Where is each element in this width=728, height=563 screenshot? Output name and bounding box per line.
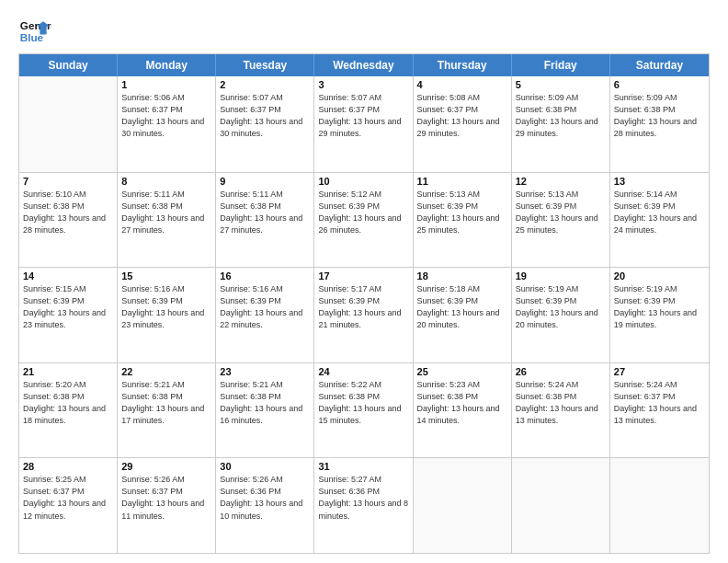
calendar-cell: 8Sunrise: 5:11 AMSunset: 6:38 PMDaylight…: [118, 173, 216, 268]
calendar-cell: 11Sunrise: 5:13 AMSunset: 6:39 PMDayligh…: [414, 173, 512, 268]
day-number: 23: [220, 366, 310, 377]
day-number: 20: [614, 270, 705, 282]
calendar-cell: 28Sunrise: 5:25 AMSunset: 6:37 PMDayligh…: [19, 458, 118, 553]
day-number: 2: [220, 79, 310, 90]
day-info: Sunrise: 5:16 AMSunset: 6:39 PMDaylight:…: [220, 283, 310, 331]
day-info: Sunrise: 5:24 AMSunset: 6:37 PMDaylight:…: [614, 379, 705, 427]
day-number: 16: [220, 270, 310, 282]
day-header-thursday: Thursday: [414, 54, 512, 76]
day-number: 4: [417, 79, 507, 90]
day-info: Sunrise: 5:14 AMSunset: 6:39 PMDaylight:…: [614, 189, 705, 236]
calendar-cell: 31Sunrise: 5:27 AMSunset: 6:36 PMDayligh…: [314, 458, 413, 553]
calendar-week-4: 21Sunrise: 5:20 AMSunset: 6:38 PMDayligh…: [19, 362, 709, 458]
day-info: Sunrise: 5:15 AMSunset: 6:39 PMDaylight:…: [23, 283, 113, 331]
calendar-cell: 2Sunrise: 5:07 AMSunset: 6:37 PMDaylight…: [216, 76, 314, 172]
day-header-wednesday: Wednesday: [314, 54, 413, 76]
calendar-cell: 16Sunrise: 5:16 AMSunset: 6:39 PMDayligh…: [216, 268, 314, 362]
day-number: 19: [516, 270, 606, 282]
day-info: Sunrise: 5:12 AMSunset: 6:39 PMDaylight:…: [318, 189, 408, 236]
day-info: Sunrise: 5:08 AMSunset: 6:37 PMDaylight:…: [417, 92, 507, 140]
calendar-cell: 20Sunrise: 5:19 AMSunset: 6:39 PMDayligh…: [610, 268, 709, 362]
calendar-week-3: 14Sunrise: 5:15 AMSunset: 6:39 PMDayligh…: [19, 267, 709, 362]
calendar: SundayMondayTuesdayWednesdayThursdayFrid…: [18, 53, 710, 554]
day-number: 9: [220, 176, 310, 187]
calendar-cell: 10Sunrise: 5:12 AMSunset: 6:39 PMDayligh…: [314, 173, 413, 268]
calendar-week-1: 1Sunrise: 5:06 AMSunset: 6:37 PMDaylight…: [19, 76, 709, 172]
calendar-cell: 3Sunrise: 5:07 AMSunset: 6:37 PMDaylight…: [314, 76, 413, 172]
day-number: 28: [23, 461, 113, 472]
calendar-cell: 30Sunrise: 5:26 AMSunset: 6:36 PMDayligh…: [216, 458, 314, 553]
day-info: Sunrise: 5:07 AMSunset: 6:37 PMDaylight:…: [220, 92, 310, 140]
calendar-cell: 23Sunrise: 5:21 AMSunset: 6:38 PMDayligh…: [216, 363, 314, 458]
calendar-cell: 24Sunrise: 5:22 AMSunset: 6:38 PMDayligh…: [314, 363, 413, 458]
day-info: Sunrise: 5:27 AMSunset: 6:36 PMDaylight:…: [318, 474, 408, 522]
day-number: 14: [23, 270, 113, 282]
day-header-tuesday: Tuesday: [216, 54, 314, 76]
calendar-cell: 9Sunrise: 5:11 AMSunset: 6:38 PMDaylight…: [216, 173, 314, 268]
day-number: 13: [614, 176, 705, 187]
page: General Blue SundayMondayTuesdayWednesda…: [0, 0, 728, 563]
day-info: Sunrise: 5:13 AMSunset: 6:39 PMDaylight:…: [417, 189, 507, 236]
day-number: 21: [23, 366, 113, 377]
calendar-cell: 4Sunrise: 5:08 AMSunset: 6:37 PMDaylight…: [414, 76, 512, 172]
calendar-cell: 17Sunrise: 5:17 AMSunset: 6:39 PMDayligh…: [314, 268, 413, 362]
day-number: 8: [121, 176, 211, 187]
calendar-week-2: 7Sunrise: 5:10 AMSunset: 6:38 PMDaylight…: [19, 172, 709, 268]
day-info: Sunrise: 5:26 AMSunset: 6:36 PMDaylight:…: [220, 474, 310, 522]
day-number: 5: [516, 79, 606, 90]
day-number: 3: [318, 79, 408, 90]
day-number: 27: [614, 366, 705, 377]
day-number: 22: [121, 366, 211, 377]
day-header-sunday: Sunday: [19, 54, 118, 76]
day-header-friday: Friday: [512, 54, 610, 76]
day-number: 29: [121, 461, 211, 472]
day-info: Sunrise: 5:22 AMSunset: 6:38 PMDaylight:…: [318, 379, 408, 427]
calendar-week-5: 28Sunrise: 5:25 AMSunset: 6:37 PMDayligh…: [19, 457, 709, 553]
day-number: 18: [417, 270, 507, 282]
day-info: Sunrise: 5:16 AMSunset: 6:39 PMDaylight:…: [121, 283, 211, 331]
day-number: 11: [417, 176, 507, 187]
day-number: 26: [516, 366, 606, 377]
day-number: 31: [318, 461, 408, 472]
calendar-cell: 13Sunrise: 5:14 AMSunset: 6:39 PMDayligh…: [610, 173, 709, 268]
day-number: 6: [614, 79, 705, 90]
day-header-monday: Monday: [118, 54, 216, 76]
day-info: Sunrise: 5:09 AMSunset: 6:38 PMDaylight:…: [516, 92, 606, 140]
day-info: Sunrise: 5:21 AMSunset: 6:38 PMDaylight:…: [220, 379, 310, 427]
calendar-cell: 22Sunrise: 5:21 AMSunset: 6:38 PMDayligh…: [118, 363, 216, 458]
header: General Blue: [18, 15, 710, 48]
calendar-cell: [512, 458, 610, 553]
day-number: 10: [318, 176, 408, 187]
calendar-cell: 5Sunrise: 5:09 AMSunset: 6:38 PMDaylight…: [512, 76, 610, 172]
logo-icon: General Blue: [18, 15, 51, 48]
day-info: Sunrise: 5:07 AMSunset: 6:37 PMDaylight:…: [318, 92, 408, 140]
calendar-cell: [414, 458, 512, 553]
day-info: Sunrise: 5:21 AMSunset: 6:38 PMDaylight:…: [121, 379, 211, 427]
day-info: Sunrise: 5:25 AMSunset: 6:37 PMDaylight:…: [23, 474, 113, 522]
day-info: Sunrise: 5:19 AMSunset: 6:39 PMDaylight:…: [614, 283, 705, 331]
calendar-cell: [19, 76, 118, 172]
day-info: Sunrise: 5:26 AMSunset: 6:37 PMDaylight:…: [121, 474, 211, 522]
day-info: Sunrise: 5:11 AMSunset: 6:38 PMDaylight:…: [121, 189, 211, 236]
logo: General Blue: [18, 15, 51, 48]
calendar-cell: 19Sunrise: 5:19 AMSunset: 6:39 PMDayligh…: [512, 268, 610, 362]
calendar-cell: 14Sunrise: 5:15 AMSunset: 6:39 PMDayligh…: [19, 268, 118, 362]
calendar-header: SundayMondayTuesdayWednesdayThursdayFrid…: [19, 54, 709, 76]
calendar-cell: 1Sunrise: 5:06 AMSunset: 6:37 PMDaylight…: [118, 76, 216, 172]
calendar-cell: 12Sunrise: 5:13 AMSunset: 6:39 PMDayligh…: [512, 173, 610, 268]
day-info: Sunrise: 5:17 AMSunset: 6:39 PMDaylight:…: [318, 283, 408, 331]
day-number: 12: [516, 176, 606, 187]
calendar-cell: 6Sunrise: 5:09 AMSunset: 6:38 PMDaylight…: [610, 76, 709, 172]
calendar-body: 1Sunrise: 5:06 AMSunset: 6:37 PMDaylight…: [19, 76, 709, 553]
calendar-cell: 25Sunrise: 5:23 AMSunset: 6:38 PMDayligh…: [414, 363, 512, 458]
calendar-cell: 29Sunrise: 5:26 AMSunset: 6:37 PMDayligh…: [118, 458, 216, 553]
day-number: 17: [318, 270, 408, 282]
day-number: 30: [220, 461, 310, 472]
day-info: Sunrise: 5:18 AMSunset: 6:39 PMDaylight:…: [417, 283, 507, 331]
day-info: Sunrise: 5:19 AMSunset: 6:39 PMDaylight:…: [516, 283, 606, 331]
day-info: Sunrise: 5:10 AMSunset: 6:38 PMDaylight:…: [23, 189, 113, 236]
day-header-saturday: Saturday: [610, 54, 709, 76]
day-info: Sunrise: 5:09 AMSunset: 6:38 PMDaylight:…: [614, 92, 705, 140]
day-info: Sunrise: 5:20 AMSunset: 6:38 PMDaylight:…: [23, 379, 113, 427]
calendar-cell: 26Sunrise: 5:24 AMSunset: 6:38 PMDayligh…: [512, 363, 610, 458]
